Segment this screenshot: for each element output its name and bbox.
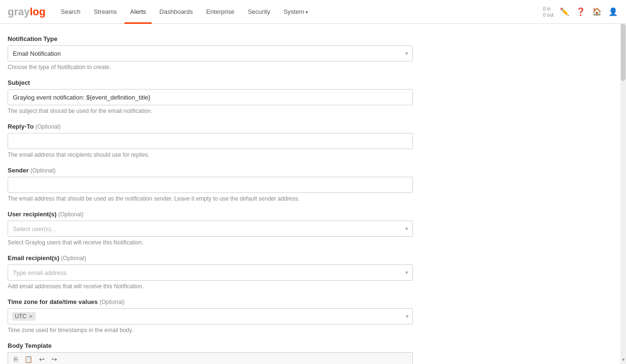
sender-label: Sender (Optional): [8, 167, 412, 174]
subject-input-wrapper: [8, 89, 413, 105]
reply-to-section: Reply-To (Optional) The email address th…: [8, 123, 412, 158]
reply-to-optional: (Optional): [35, 123, 61, 130]
nav-alerts[interactable]: Alerts: [124, 0, 152, 24]
page-scrollbar: ▾: [620, 24, 626, 364]
nav-enterprise[interactable]: Enterprise: [200, 0, 240, 24]
user-recipients-section: User recipient(s) (Optional) Select user…: [8, 211, 412, 246]
email-recipients-hint: Add email addresses that will receive th…: [8, 283, 412, 290]
subject-input[interactable]: [8, 89, 413, 105]
nav-dashboards[interactable]: Dashboards: [154, 0, 198, 24]
scrollbar-thumb[interactable]: [621, 24, 626, 81]
timezone-select-wrapper: UTC ✕ ▾: [8, 308, 413, 324]
subject-label: Subject: [8, 79, 412, 86]
reply-to-hint: The email address that recipients should…: [8, 152, 412, 158]
redo-icon[interactable]: ↪: [50, 354, 59, 364]
sender-section: Sender (Optional) The email address that…: [8, 167, 412, 202]
traffic-in: 0 in: [543, 6, 554, 12]
timezone-clear-button[interactable]: ✕: [29, 313, 33, 320]
sender-optional: (Optional): [31, 167, 56, 174]
notification-type-section: Notification Type Email Notification ▾ C…: [8, 35, 412, 71]
paste-icon[interactable]: 📋: [22, 354, 34, 364]
user-icon[interactable]: 👤: [608, 7, 618, 17]
timezone-optional: (Optional): [100, 299, 125, 305]
timezone-label: Time zone for date/time values (Optional…: [8, 298, 412, 305]
sender-input-wrapper: [8, 177, 413, 193]
edit-icon[interactable]: ✏️: [559, 7, 570, 17]
timezone-section: Time zone for date/time values (Optional…: [8, 298, 412, 334]
email-recipients-section: Email recipient(s) (Optional) Type email…: [8, 254, 412, 290]
main-content: Notification Type Email Notification ▾ C…: [0, 24, 420, 364]
timezone-arrow-icon: ▾: [406, 313, 409, 320]
logo-gray-text: gray: [8, 6, 30, 18]
scrollbar-down-button[interactable]: ▾: [620, 355, 626, 364]
timezone-value: UTC: [15, 313, 27, 320]
subject-section: Subject The subject that should be used …: [8, 79, 412, 114]
brand-logo[interactable]: graylog: [8, 6, 45, 18]
nav-search[interactable]: Search: [55, 0, 86, 24]
help-icon[interactable]: ❓: [575, 7, 586, 17]
timezone-inner[interactable]: UTC ✕ ▾: [8, 308, 413, 324]
logo-log-text: log: [30, 6, 45, 18]
notification-type-select-wrapper: Email Notification ▾: [8, 45, 413, 61]
sender-hint: The email address that should be used as…: [8, 195, 412, 202]
email-recipients-select[interactable]: Type email address: [8, 264, 413, 281]
body-template-section: Body Template ⎘ 📋 ↩ ↪ 13 Timerange Start…: [8, 342, 412, 364]
body-template-editor: ⎘ 📋 ↩ ↪ 13 Timerange Start: ${event.time…: [8, 352, 413, 364]
nav-right: 0 in 0 out ✏️ ❓ 🏠 👤: [543, 6, 618, 18]
navbar: graylog Search Streams Alerts Dashboards…: [0, 0, 626, 24]
user-recipients-label: User recipient(s) (Optional): [8, 211, 412, 218]
body-template-label: Body Template: [8, 342, 412, 349]
email-recipients-label: Email recipient(s) (Optional): [8, 254, 412, 262]
user-recipients-optional: (Optional): [58, 211, 83, 218]
email-recipients-optional: (Optional): [61, 255, 86, 262]
user-recipients-select-wrapper: Select user(s)... ▾: [8, 221, 413, 237]
home-icon[interactable]: 🏠: [592, 7, 602, 17]
nav-security[interactable]: Security: [242, 0, 276, 24]
sender-input[interactable]: [8, 177, 413, 193]
subject-hint: The subject that should be used for the …: [8, 108, 412, 114]
notification-type-hint: Choose the type of Notification to creat…: [8, 64, 412, 71]
undo-icon[interactable]: ↩: [37, 354, 47, 364]
timezone-tag: UTC ✕: [12, 312, 36, 321]
nav-links: Search Streams Alerts Dashboards Enterpr…: [55, 0, 543, 24]
notification-type-select[interactable]: Email Notification: [8, 45, 413, 61]
reply-to-label: Reply-To (Optional): [8, 123, 412, 130]
reply-to-input[interactable]: [8, 133, 413, 149]
traffic-out: 0 out: [543, 12, 554, 18]
copy-icon[interactable]: ⎘: [12, 354, 20, 364]
reply-to-input-wrapper: [8, 133, 413, 149]
user-recipients-select[interactable]: Select user(s)...: [8, 221, 413, 237]
editor-toolbar: ⎘ 📋 ↩ ↪: [8, 352, 413, 364]
notification-type-label: Notification Type: [8, 35, 412, 42]
email-recipients-select-wrapper: Type email address ▾: [8, 264, 413, 281]
nav-streams[interactable]: Streams: [88, 0, 123, 24]
traffic-counter: 0 in 0 out: [543, 6, 554, 18]
nav-system[interactable]: System: [278, 0, 314, 24]
timezone-hint: Time zone used for timestamps in the ema…: [8, 327, 412, 334]
user-recipients-hint: Select Graylog users that will receive t…: [8, 239, 412, 246]
